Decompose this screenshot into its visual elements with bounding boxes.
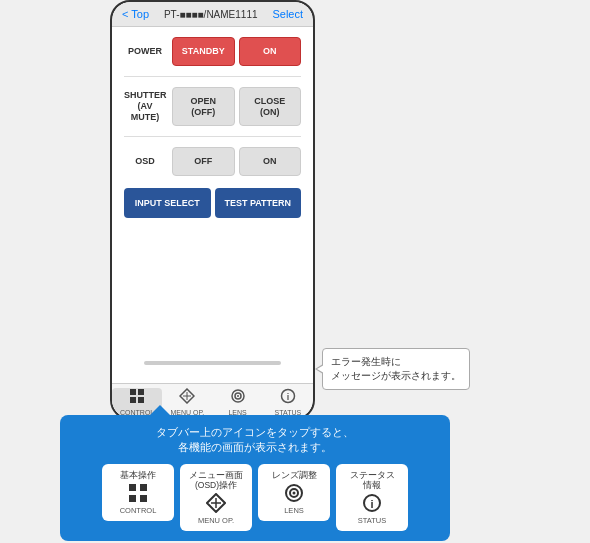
svg-rect-2 bbox=[130, 397, 136, 403]
shutter-btn-group: OPEN (OFF) CLOSE (ON) bbox=[172, 87, 301, 127]
osd-off-button[interactable]: OFF bbox=[172, 147, 235, 176]
popup-status-bottom-label: STATUS bbox=[358, 516, 386, 525]
nav-title: PT-■■■■/NAME1111 bbox=[164, 9, 258, 20]
shutter-close-button[interactable]: CLOSE (ON) bbox=[239, 87, 302, 127]
popup-item-lens: レンズ調整 LENS bbox=[258, 464, 330, 531]
popup-item-menu-op: メニュー画面 (OSD)操作 MENU OP. bbox=[180, 464, 252, 531]
blue-popup: タブバー上のアイコンをタップすると、 各機能の画面が表示されます。 基本操作 C… bbox=[60, 415, 450, 541]
popup-arrow bbox=[150, 405, 170, 415]
popup-menu-top-label: メニュー画面 (OSD)操作 bbox=[189, 470, 243, 490]
popup-control-icon bbox=[128, 483, 148, 503]
popup-item-status: ステータス 情報 i STATUS bbox=[336, 464, 408, 531]
popup-item-box-control: 基本操作 CONTROL bbox=[102, 464, 174, 521]
select-button[interactable]: Select bbox=[272, 8, 303, 20]
svg-point-21 bbox=[293, 491, 296, 494]
popup-status-icon: i bbox=[362, 493, 382, 513]
divider-1 bbox=[124, 76, 301, 77]
phone-screen: < Top PT-■■■■/NAME1111 Select POWER STAN… bbox=[112, 2, 313, 418]
status-icon: i bbox=[280, 388, 296, 408]
divider-2 bbox=[124, 136, 301, 137]
osd-row: OSD OFF ON bbox=[124, 147, 301, 176]
svg-rect-13 bbox=[140, 484, 147, 491]
content-area: POWER STANDBY ON SHUTTER (AV MUTE) OPEN … bbox=[112, 27, 313, 383]
popup-items: 基本操作 CONTROL メニュー画面 (OSD)操作 bbox=[72, 464, 438, 531]
svg-text:i: i bbox=[287, 392, 290, 402]
wide-btn-row: INPUT SELECT TEST PATTERN bbox=[124, 188, 301, 218]
control-icon bbox=[129, 388, 145, 408]
shutter-row: SHUTTER (AV MUTE) OPEN (OFF) CLOSE (ON) bbox=[124, 87, 301, 127]
popup-item-box-menu-op: メニュー画面 (OSD)操作 MENU OP. bbox=[180, 464, 252, 531]
power-row: POWER STANDBY ON bbox=[124, 37, 301, 66]
svg-point-9 bbox=[237, 395, 239, 397]
popup-item-box-lens: レンズ調整 LENS bbox=[258, 464, 330, 521]
svg-rect-0 bbox=[130, 389, 136, 395]
test-pattern-button[interactable]: TEST PATTERN bbox=[215, 188, 302, 218]
popup-control-bottom-label: CONTROL bbox=[120, 506, 157, 515]
svg-rect-3 bbox=[138, 397, 144, 403]
menu-op-icon bbox=[179, 388, 195, 408]
svg-text:i: i bbox=[370, 498, 373, 510]
osd-label: OSD bbox=[124, 156, 166, 167]
popup-item-box-status: ステータス 情報 i STATUS bbox=[336, 464, 408, 531]
svg-rect-12 bbox=[129, 484, 136, 491]
tab-bar: CONTROL MENU OP. bbox=[112, 383, 313, 418]
lens-icon bbox=[230, 388, 246, 408]
popup-control-top-label: 基本操作 bbox=[120, 470, 156, 480]
osd-btn-group: OFF ON bbox=[172, 147, 301, 176]
standby-button[interactable]: STANDBY bbox=[172, 37, 235, 66]
scroll-indicator bbox=[144, 361, 281, 365]
shutter-open-button[interactable]: OPEN (OFF) bbox=[172, 87, 235, 127]
nav-bar: < Top PT-■■■■/NAME1111 Select bbox=[112, 2, 313, 27]
tab-lens[interactable]: LENS bbox=[213, 388, 263, 416]
osd-on-button[interactable]: ON bbox=[239, 147, 302, 176]
popup-lens-icon bbox=[284, 483, 304, 503]
popup-menu-icon bbox=[206, 493, 226, 513]
power-btn-group: STANDBY ON bbox=[172, 37, 301, 66]
svg-rect-14 bbox=[129, 495, 136, 502]
input-select-button[interactable]: INPUT SELECT bbox=[124, 188, 211, 218]
popup-menu-bottom-label: MENU OP. bbox=[198, 516, 234, 525]
phone-frame: < Top PT-■■■■/NAME1111 Select POWER STAN… bbox=[110, 0, 315, 420]
svg-rect-1 bbox=[138, 389, 144, 395]
error-tooltip: エラー発生時に メッセージが表示されます。 bbox=[322, 348, 470, 390]
popup-lens-top-label: レンズ調整 bbox=[272, 470, 317, 480]
popup-status-top-label: ステータス 情報 bbox=[350, 470, 395, 490]
popup-lens-bottom-label: LENS bbox=[284, 506, 304, 515]
power-on-button[interactable]: ON bbox=[239, 37, 302, 66]
tab-status[interactable]: i STATUS bbox=[263, 388, 313, 416]
shutter-label: SHUTTER (AV MUTE) bbox=[124, 90, 166, 122]
popup-item-control: 基本操作 CONTROL bbox=[102, 464, 174, 531]
back-button[interactable]: < Top bbox=[122, 8, 149, 20]
power-label: POWER bbox=[124, 46, 166, 57]
svg-rect-15 bbox=[140, 495, 147, 502]
popup-title: タブバー上のアイコンをタップすると、 各機能の画面が表示されます。 bbox=[72, 425, 438, 456]
